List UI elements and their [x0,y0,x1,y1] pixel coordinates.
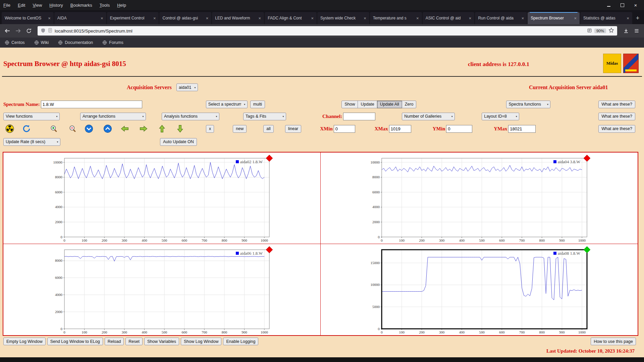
menu-history[interactable]: History [49,3,63,8]
enable-logging-button[interactable]: Enable Logging [223,338,258,345]
reload-button[interactable]: Reload [105,338,124,345]
zoom-in-icon[interactable] [50,124,58,133]
number-of-galleries-dropdown[interactable]: Number of Galleries [402,113,455,120]
arrange-functions-dropdown[interactable]: Arrange functions [80,113,146,120]
view-functions-dropdown[interactable]: View functions [3,113,60,120]
all-button[interactable]: all [263,125,274,133]
what-are-these-button[interactable]: What are these? [598,125,635,133]
xmax-input[interactable] [389,125,411,133]
tab-close-icon[interactable]: × [574,16,577,21]
spectra-functions-dropdown[interactable]: Spectra functions [506,101,550,108]
menu-view[interactable]: View [33,3,42,8]
refresh-icon[interactable] [22,124,31,133]
spectrum-name-input[interactable] [41,101,142,108]
tab-close-icon[interactable]: × [101,16,103,21]
tab-close-icon[interactable]: × [416,16,419,21]
tab-run-control-aida[interactable]: Run Control @ aida× [475,12,527,24]
spectrum-chart[interactable]: 0500010000150000100200300400500600700800… [321,244,638,336]
bookmark-forums[interactable]: Forums [102,40,123,45]
tab-close-icon[interactable]: × [364,16,366,21]
linear-button[interactable]: linear [285,125,302,133]
menu-bookmarks[interactable]: Bookmarks [70,3,92,8]
tab-asic-control-aid[interactable]: ASIC Control @ aid× [423,12,475,24]
spectrum-panel-aida02-1-8-w[interactable]: 0200040006000800010000010020030040050060… [3,153,321,244]
page-down-icon[interactable] [85,124,93,133]
spectrum-chart[interactable]: 0200040006000800001002003004005006007008… [3,244,320,336]
tab-close-icon[interactable]: × [469,16,472,21]
spectrum-chart[interactable]: 0200040006000800010000010020030040050060… [3,153,320,244]
move-down-icon[interactable] [176,124,184,133]
back-icon[interactable] [3,27,11,35]
radiation-icon[interactable] [5,124,14,133]
maximize-button[interactable] [620,3,625,7]
tab-control-aidas-gsi[interactable]: Control @ aidas-gsi× [159,12,211,24]
show-variables-button[interactable]: Show Variables [144,338,179,345]
reload-icon[interactable] [25,27,33,35]
minimize-button[interactable] [606,3,611,7]
tags-fits-dropdown[interactable]: Tags & Fits [243,113,286,120]
empty-log-window-button[interactable]: Empty Log Window [3,338,46,345]
page-up-icon[interactable] [103,124,112,133]
tab-welcome-to-centos[interactable]: Welcome to CentOS× [2,12,54,24]
tab-close-icon[interactable]: × [206,16,209,21]
analysis-functions-dropdown[interactable]: Analysis functions [162,113,219,120]
close-button[interactable]: × [633,3,638,7]
ymin-input[interactable] [446,125,472,133]
tab-close-icon[interactable]: × [153,16,156,21]
update-rate-dropdown[interactable]: Update Rate (8 secs) [3,138,60,146]
layout-id-dropdown[interactable]: Layout ID=8 [482,113,519,120]
tab-experiment-control[interactable]: Experiment Control× [107,12,159,24]
reader-view-icon[interactable] [587,28,592,34]
new-button[interactable]: new [233,125,247,133]
shield-icon[interactable] [41,28,46,34]
tab-spectrum-browser[interactable]: Spectrum Browser× [528,12,580,24]
tab-close-icon[interactable]: × [259,16,261,21]
bookmark-star-icon[interactable] [608,27,614,34]
send-log-window-to-elog-button[interactable]: Send Log Window to ELog [47,338,103,345]
zoom-out-icon[interactable] [68,124,77,133]
tab-system-wide-check[interactable]: System wide Check× [317,12,369,24]
channel-input[interactable] [343,113,375,120]
acquisition-server-dropdown[interactable]: aida01 [176,83,198,91]
tab-close-icon[interactable]: × [627,16,629,21]
downloads-icon[interactable] [622,27,630,35]
page-info-icon[interactable] [48,28,52,34]
new-tab-button[interactable]: + [633,12,643,24]
update-button[interactable]: Update [358,101,377,108]
menu-help[interactable]: Help [117,3,126,8]
tab-close-icon[interactable]: × [48,16,51,21]
menu-edit[interactable]: Edit [18,3,25,8]
x-button[interactable]: x [206,125,214,133]
multi-button[interactable]: multi [250,101,265,108]
show-button[interactable]: Show [341,101,358,108]
url-bar[interactable]: localhost:8015/Spectrum/Spectrum.tml 90% [38,26,617,36]
reset-button[interactable]: Reset [125,338,143,345]
auto-update-button[interactable]: Auto Update ON [160,138,197,146]
tab-close-icon[interactable]: × [311,16,314,21]
bookmark-wiki[interactable]: Wiki [34,40,49,45]
show-log-window-button[interactable]: Show Log Window [181,338,222,345]
tab-led-and-waveform[interactable]: LED and Waveform× [212,12,264,24]
tab-statistics-aidas[interactable]: Statistics @ aidas× [580,12,632,24]
tab-close-icon[interactable]: × [522,16,524,21]
what-are-these-button[interactable]: What are these? [598,113,635,120]
move-left-icon[interactable] [120,124,129,133]
move-right-icon[interactable] [139,124,148,133]
zero-button[interactable]: Zero [402,101,417,108]
spectrum-panel-aida04-3-8-w[interactable]: 0200040006000800010000010020030040050060… [321,153,638,244]
what-are-these-button[interactable]: What are these? [598,101,635,108]
url-text[interactable]: localhost:8015/Spectrum/Spectrum.tml [55,28,132,34]
spectrum-panel-aida08-1-8-w[interactable]: 0500010000150000100200300400500600700800… [321,244,638,336]
tab-temperature-and-s[interactable]: Temperature and s× [370,12,422,24]
xmin-input[interactable] [334,125,355,133]
select-spectrum-dropdown[interactable]: Select a spectrum [206,101,248,108]
spectrum-chart[interactable]: 0200040006000800010000010020030040050060… [321,153,638,244]
move-up-icon[interactable] [158,124,166,133]
spectrum-panel-aida06-1-8-w[interactable]: 0200040006000800001002003004005006007008… [3,244,321,336]
menu-file[interactable]: File [3,3,10,8]
menu-tools[interactable]: Tools [100,3,110,8]
bookmark-documentation[interactable]: Documentation [58,40,93,45]
how-to-use-button[interactable]: How to use this page [591,338,636,345]
ymax-input[interactable] [508,125,536,133]
forward-icon[interactable] [14,27,22,35]
